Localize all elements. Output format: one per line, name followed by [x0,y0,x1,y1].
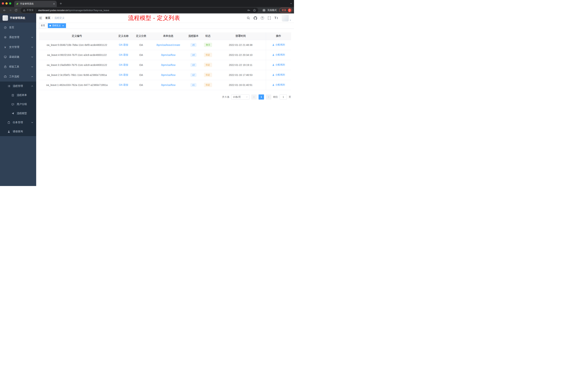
sidebar-item-user-group[interactable]: 用户分组 [0,100,36,109]
chevron-down-icon [31,66,33,68]
form-link[interactable]: /bpm/oa/flow [161,54,176,56]
help-icon[interactable]: ? [261,16,264,20]
sidebar-collapse-icon[interactable] [39,16,42,20]
minimize-window-button[interactable] [5,2,8,5]
pagination: 共 5 条 10条/页 1 前往 页 [39,94,291,99]
user-icon [272,84,274,86]
tags-view-bar: 首页 流程定义 [36,22,294,29]
incognito-indicator: 无痕模式 [262,8,277,12]
bookmark-star-icon[interactable] [253,9,256,12]
page-size-select[interactable]: 10条/页 [231,94,250,99]
user-icon [272,54,274,56]
monitor-icon [4,55,7,58]
form-link[interactable]: /bpm/oa/flow [161,74,176,77]
version-badge: v4 [190,53,197,57]
forward-button[interactable] [8,8,13,13]
tab-close-icon[interactable] [53,3,55,5]
browser-toolbar: 不安全 dashboard.yudao.iocoder.cn/bpm/manag… [0,7,294,13]
col-header-status: 状态 [200,33,215,40]
zoom-window-button[interactable] [9,2,11,5]
url-path: /bpm/manager/definition?key=oa_leave [68,9,109,12]
tag-close-icon[interactable] [62,24,64,27]
definition-name-link[interactable]: OA 请假 [119,83,128,86]
address-bar[interactable]: 不安全 dashboard.yudao.iocoder.cn/bpm/manag… [21,8,258,13]
version-badge: v5 [190,43,197,47]
form-link[interactable]: /bpm/oa/flow [161,84,176,87]
breadcrumb-home[interactable]: 首页 [45,16,50,20]
pagination-total: 共 5 条 [222,95,230,99]
sidebar-item-payment-mgmt[interactable]: ¥ 支付管理 [0,42,36,52]
definition-name-link[interactable]: OA 请假 [119,43,128,46]
definition-category: OA [132,40,150,50]
breadcrumb: 首页 / 流程定义 [45,16,64,20]
assign-rule-link[interactable]: 分配规则 [272,53,285,56]
password-key-icon[interactable] [247,9,250,12]
definition-name-link[interactable]: OA 请假 [119,53,128,56]
sidebar-item-label: 流程表单 [17,94,33,97]
col-header-definition-id: 定义编号 [39,33,115,40]
browser-tab[interactable]: 芋道管理系统 [14,1,57,7]
sidebar-item-label: 工作流程 [9,75,29,78]
dashboard-icon [4,26,7,29]
definition-id: oa_leave:1:482ec033-762a-11ec-8477-a2380… [39,80,115,90]
close-window-button[interactable] [2,2,4,5]
col-header-deploy-time: 部署时间 [215,33,266,40]
chat-bubble-icon [11,103,14,106]
main-area: 首页 / 流程定义 流程模型 - 定义列表 ? T [36,13,294,186]
definition-category: OA [132,70,150,80]
next-page-button[interactable] [266,94,271,99]
sidebar-item-task-mgmt[interactable]: 任务管理 [0,118,36,127]
clipboard-icon [7,121,10,124]
sidebar-item-home[interactable]: 首页 [0,22,36,33]
search-icon[interactable] [247,16,250,20]
tab-search-chevron-icon[interactable] [290,2,292,5]
col-header-form-info: 表单信息 [150,33,187,40]
tag-process-definition[interactable]: 流程定义 [48,23,66,28]
new-tab-button[interactable] [58,1,63,6]
back-button[interactable] [2,8,7,13]
goto-unit: 页 [289,95,291,99]
font-size-icon[interactable]: T [274,16,278,20]
sidebar-item-infrastructure[interactable]: 基础设施 [0,52,36,62]
github-icon[interactable] [254,16,257,20]
definition-name-link[interactable]: OA 请假 [119,63,128,66]
page-size-value: 10条/页 [233,95,241,99]
assign-rule-link[interactable]: 分配规则 [272,73,285,77]
assign-rule-link[interactable]: 分配规则 [272,83,285,87]
assign-rule-link[interactable]: 分配规则 [272,43,285,46]
page-number-button[interactable]: 1 [259,94,264,99]
sidebar-item-process-form[interactable]: 流程表单 [0,91,36,100]
version-badge: v2 [190,73,197,77]
avatar-image [282,15,289,22]
reload-button[interactable] [13,8,19,13]
sidebar-item-dev-tools[interactable]: 研发工具 [0,62,36,72]
sidebar-item-label: 首页 [9,26,33,29]
goto-page-input[interactable] [280,94,287,99]
fullscreen-icon[interactable] [268,16,271,20]
workflow-submenu: 流程管理 流程表单 用户分组 流程模型 [0,82,36,136]
sidebar-item-system-mgmt[interactable]: 系统管理 [0,33,36,42]
deploy-time: 2022-01-22 19:19:11 [215,60,266,70]
browser-menu-icon[interactable] [288,9,291,12]
definition-category: OA [132,50,150,60]
chevron-down-icon [31,46,33,48]
definition-id: oa_leave:3:1fad3d93-7b75-11ec-a3c8-acde4… [39,60,115,70]
sidebar-item-workflow[interactable]: 工作流程 [0,72,36,82]
chrome-update-button[interactable]: 更新 [279,8,292,12]
prev-page-button[interactable] [251,94,257,99]
sidebar-item-label: 任务管理 [13,121,29,124]
form-link[interactable]: /bpm/oa/leave/create [156,44,180,46]
sidebar-item-label: 研发工具 [9,65,29,68]
user-avatar[interactable] [282,15,291,22]
lock-icon [4,65,7,68]
tag-home[interactable]: 首页 [39,23,47,28]
definition-name-link[interactable]: OA 请假 [119,73,128,76]
sidebar-item-process-model[interactable]: 流程模型 [0,109,36,118]
sidebar-item-leave-query[interactable]: 请假查询 [0,127,36,136]
sidebar-item-process-mgmt[interactable]: 流程管理 [0,82,36,91]
assign-rule-link[interactable]: 分配规则 [272,63,285,66]
form-link[interactable]: /bpm/oa/flow [161,64,176,66]
deploy-time: 2022-01-22 21:48:38 [215,40,266,50]
chevron-down-icon [31,121,33,124]
incognito-icon [262,8,266,12]
